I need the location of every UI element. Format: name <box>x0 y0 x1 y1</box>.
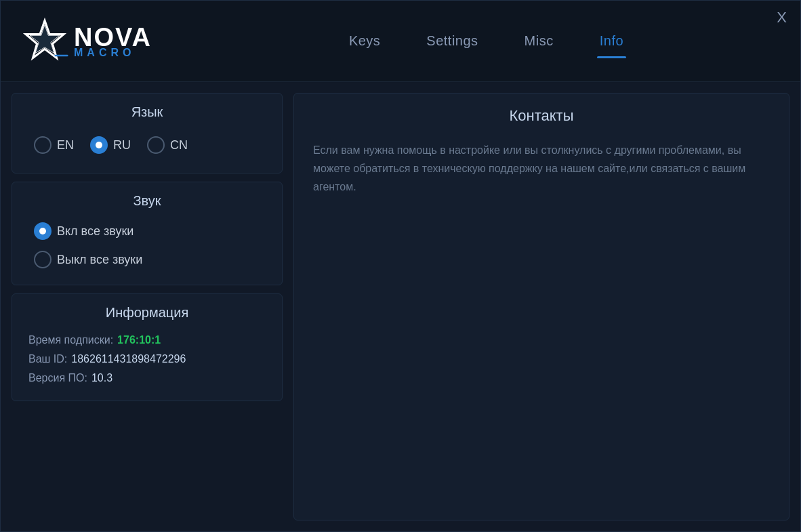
sound-title: Звук <box>26 193 268 209</box>
language-section: Язык EN RU CN <box>12 93 283 173</box>
sound-section: Звук Вкл все звуки Выкл все звуки <box>12 182 283 285</box>
lang-en-radio[interactable] <box>34 136 52 154</box>
lang-cn-option[interactable]: CN <box>147 136 188 154</box>
information-title: Информация <box>26 305 268 321</box>
lang-ru-radio[interactable] <box>90 136 108 154</box>
sound-on-label: Вкл все звуки <box>57 224 134 239</box>
lang-ru-option[interactable]: RU <box>90 136 131 154</box>
info-rows: Время подписки: 176:10:1 Ваш ID: 1862611… <box>26 331 268 387</box>
left-panel: Язык EN RU CN <box>12 93 283 520</box>
sound-off-option[interactable]: Выкл все звуки <box>34 251 260 268</box>
lang-en-option[interactable]: EN <box>34 136 74 154</box>
sound-off-label: Выкл все звуки <box>57 253 142 267</box>
sound-on-option[interactable]: Вкл все звуки <box>34 222 260 240</box>
logo-nova-text: NOVA <box>74 24 152 50</box>
id-value: 1862611431898472296 <box>71 353 186 365</box>
lang-cn-radio[interactable] <box>147 136 165 154</box>
contacts-panel: Контакты Если вам нужна помощь в настрой… <box>293 93 789 520</box>
logo-macro-text: MACRO <box>74 47 152 58</box>
tab-misc[interactable]: Misc <box>522 28 556 54</box>
subscription-row: Время подписки: 176:10:1 <box>28 334 266 346</box>
tab-keys[interactable]: Keys <box>346 28 383 54</box>
lang-en-label: EN <box>57 138 74 152</box>
logo-icon <box>21 18 68 65</box>
subscription-label: Время подписки: <box>28 334 113 346</box>
language-title: Язык <box>26 104 268 120</box>
sound-on-radio[interactable] <box>34 222 52 240</box>
contacts-title: Контакты <box>313 107 770 125</box>
tab-info[interactable]: Info <box>597 28 626 54</box>
main-content: Язык EN RU CN <box>1 82 800 531</box>
information-section: Информация Время подписки: 176:10:1 Ваш … <box>12 293 283 401</box>
id-row: Ваш ID: 1862611431898472296 <box>28 353 266 365</box>
version-row: Версия ПО: 10.3 <box>28 372 266 384</box>
contacts-text: Если вам нужна помощь в настройке или вы… <box>313 141 770 197</box>
close-button[interactable]: X <box>777 10 787 25</box>
sound-off-radio[interactable] <box>34 251 52 268</box>
version-label: Версия ПО: <box>28 372 87 384</box>
logo-area: NOVA MACRO <box>21 18 152 65</box>
header: NOVA MACRO Keys Settings Misc Info X <box>1 1 800 82</box>
nav-tabs: Keys Settings Misc Info <box>192 28 780 54</box>
language-options: EN RU CN <box>26 131 268 159</box>
subscription-value: 176:10:1 <box>117 334 161 346</box>
sound-options: Вкл все звуки Выкл все звуки <box>26 220 268 271</box>
id-label: Ваш ID: <box>28 353 67 365</box>
tab-settings[interactable]: Settings <box>424 28 480 54</box>
lang-ru-label: RU <box>113 138 131 152</box>
app-window: NOVA MACRO Keys Settings Misc Info X Язы… <box>0 0 801 532</box>
version-value: 10.3 <box>91 372 112 384</box>
logo-text: NOVA MACRO <box>74 24 152 58</box>
lang-cn-label: CN <box>170 138 188 152</box>
